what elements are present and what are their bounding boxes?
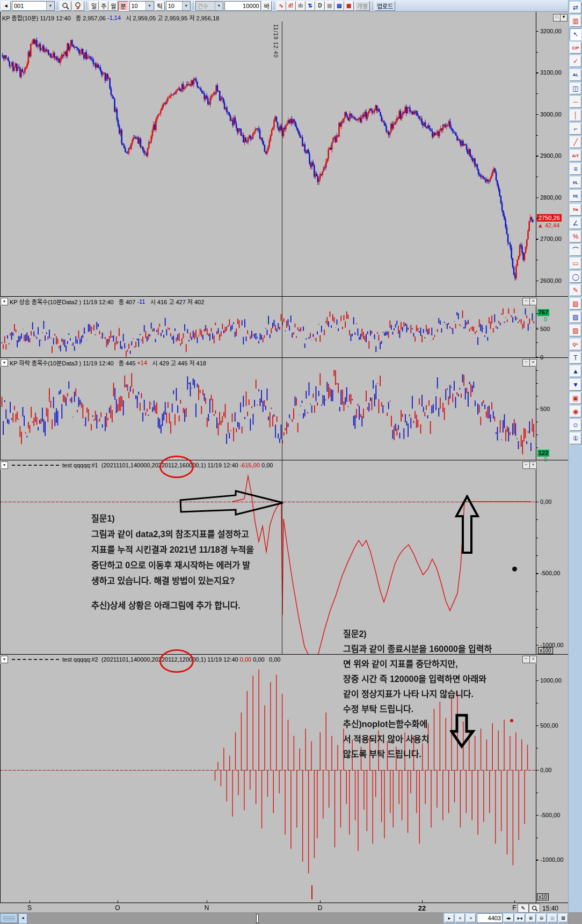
volume-bars-icon[interactable]: ılı bbox=[296, 1, 305, 11]
main-candles-canvas[interactable] bbox=[0, 21, 536, 297]
period-button-분[interactable]: 분 bbox=[118, 1, 128, 11]
scroll-left-button[interactable]: ◂ bbox=[1, 1, 11, 11]
sort-updown-icon[interactable]: ⇅ bbox=[305, 1, 315, 11]
individual-button: 개별 bbox=[355, 1, 370, 11]
pane-close-button[interactable]: × bbox=[529, 298, 537, 305]
hatch-e-icon[interactable]: ▨ bbox=[570, 311, 581, 323]
arrow-down-icon[interactable]: ▼ bbox=[570, 379, 581, 391]
fast-back-button[interactable]: « bbox=[455, 914, 465, 922]
magnifier-back-icon-button[interactable] bbox=[72, 1, 84, 11]
parallel-lines-icon[interactable]: ≡ bbox=[570, 163, 581, 175]
zoom-in-button[interactable]: ⊕ bbox=[526, 914, 536, 922]
arc-tool-icon[interactable]: ⌒ bbox=[570, 244, 581, 256]
y-axis-minor-tick bbox=[536, 281, 538, 281]
hatch-r-icon[interactable]: ▨ bbox=[570, 325, 581, 336]
number-marker-icon[interactable]: ① bbox=[570, 432, 581, 444]
period-button-주[interactable]: 주 bbox=[99, 1, 108, 11]
tick-interval-select[interactable]: 10 ▼ bbox=[166, 1, 191, 11]
delete-all-icon[interactable]: AL bbox=[570, 69, 581, 81]
indicator-window-icon[interactable]: ◫ bbox=[570, 83, 581, 94]
func-curve-icon[interactable]: f/£ bbox=[570, 190, 581, 202]
square-marker-icon[interactable]: ▣ bbox=[570, 392, 581, 404]
pane-collapse-button[interactable]: ▼ bbox=[1, 298, 8, 305]
pane-minimize-button[interactable]: − bbox=[522, 359, 530, 366]
horizontal-line-icon[interactable]: ─ bbox=[570, 96, 581, 108]
visible-bar-count-input[interactable] bbox=[477, 913, 503, 923]
pane-minimize-button[interactable]: − bbox=[522, 461, 530, 469]
smiley-marker-icon[interactable]: ☺ bbox=[570, 419, 581, 431]
indicator-chart-icon[interactable]: ıl! bbox=[286, 1, 296, 11]
step-line-icon[interactable]: ⌐ bbox=[570, 123, 581, 135]
text-label-icon[interactable]: A/T bbox=[570, 150, 581, 162]
pane-minimize-button[interactable]: − bbox=[522, 298, 530, 305]
right-arrow-annotation bbox=[179, 489, 285, 516]
x-axis-tick bbox=[30, 900, 30, 903]
navigator-left-button[interactable]: ◂ bbox=[18, 913, 27, 924]
func-line-icon[interactable]: f/L bbox=[570, 177, 581, 188]
pane-main-menu-button[interactable]: ▼ bbox=[560, 14, 568, 21]
tick-button[interactable]: 틱 bbox=[155, 1, 165, 11]
period-button-일[interactable]: 일 bbox=[89, 1, 99, 11]
fast-forward-button[interactable]: » bbox=[466, 914, 476, 922]
magnifier-icon-button[interactable] bbox=[60, 1, 71, 11]
navigator-scrollbar-thumb[interactable] bbox=[0, 913, 18, 923]
pane-collapse-button[interactable]: ▼ bbox=[1, 656, 8, 663]
pencil-tool-button[interactable]: ✎ bbox=[518, 904, 529, 913]
y-axis-minor-tick bbox=[536, 502, 538, 502]
pane-close-button[interactable]: × bbox=[529, 359, 537, 366]
angle-tool-icon[interactable]: ∠ bbox=[570, 217, 581, 229]
select-cursor-icon[interactable]: ↖ bbox=[570, 28, 581, 40]
expand-horizontal-button[interactable]: ◂▸ bbox=[504, 914, 514, 922]
indicator-style-icon[interactable]: ∿ bbox=[277, 1, 286, 11]
period-button-월[interactable]: 월 bbox=[108, 1, 118, 11]
text-tool-icon[interactable]: T bbox=[570, 352, 581, 364]
candle-pattern-icon[interactable]: ▥ bbox=[570, 15, 581, 27]
pencil-tool-icon[interactable]: ✎ bbox=[570, 284, 581, 296]
report-book-icon[interactable]: ▤ bbox=[334, 1, 344, 11]
decline-bars-canvas[interactable] bbox=[0, 368, 536, 460]
arrow-up-icon[interactable]: ▲ bbox=[570, 365, 581, 377]
quote-list-icon[interactable]: Q≡ bbox=[570, 339, 581, 350]
bar-unit-button[interactable]: 바 bbox=[262, 1, 272, 11]
upload-button[interactable]: 업로드 bbox=[375, 1, 395, 11]
rect-tool-icon[interactable]: ▭ bbox=[570, 258, 581, 269]
vertical-line-icon[interactable]: │ bbox=[570, 109, 581, 121]
func-line-icon: f/L bbox=[573, 180, 578, 185]
advance-value-badge: 767 bbox=[537, 309, 549, 316]
navigator-position-marker[interactable] bbox=[256, 914, 259, 923]
delete-object-icon[interactable]: ✓ bbox=[570, 55, 581, 67]
x-axis-line bbox=[0, 903, 568, 903]
page-d-icon[interactable]: D bbox=[315, 1, 325, 11]
minute-interval-select[interactable]: 10 ▼ bbox=[129, 1, 154, 11]
percent-tool-icon[interactable]: % bbox=[570, 231, 581, 243]
zoom-out-button[interactable]: ⊖ bbox=[537, 914, 547, 922]
grid-edit-icon[interactable]: ▦ bbox=[344, 1, 354, 11]
y-axis-minor-tick bbox=[536, 627, 538, 628]
pane-minimize-button[interactable]: − bbox=[522, 656, 530, 663]
hatch-d-icon[interactable]: ▨ bbox=[570, 298, 581, 310]
circle-marker-icon[interactable]: ◉ bbox=[570, 406, 581, 417]
pane-main-minimize-button[interactable]: □ bbox=[553, 14, 561, 21]
advance-bars-canvas[interactable] bbox=[0, 306, 536, 357]
pane-close-button[interactable]: × bbox=[529, 461, 537, 469]
collapse-horizontal-button[interactable]: ▸◂ bbox=[515, 914, 525, 922]
close-nav-button[interactable]: ⊠ bbox=[558, 914, 568, 922]
y-axis-minor-tick bbox=[536, 591, 538, 592]
bar-count-input[interactable] bbox=[224, 1, 261, 11]
zoom-tool-button[interactable] bbox=[529, 904, 540, 913]
ellipse-tool-icon[interactable]: ◯ bbox=[570, 271, 581, 283]
red-dot-marker bbox=[510, 719, 513, 722]
step-forward-button[interactable]: ▸ bbox=[445, 914, 454, 922]
pane-close-button[interactable]: × bbox=[529, 656, 537, 663]
title-segment: 시 2,959,05 고 2,959,95 저 2,956,18 bbox=[121, 13, 219, 22]
y-axis-minor-tick bbox=[536, 770, 538, 771]
capture-icon[interactable]: ▣ bbox=[325, 1, 334, 11]
pane-collapse-button[interactable]: ▼ bbox=[1, 461, 8, 469]
pane-collapse-button[interactable]: ▼ bbox=[1, 359, 8, 366]
candle-price-icon[interactable]: C/P bbox=[570, 42, 581, 54]
symbol-select[interactable]: 001 ▼ bbox=[12, 1, 55, 11]
swap-arrows-icon[interactable]: ⇄ bbox=[570, 2, 581, 13]
trend-line-icon[interactable]: ╱ bbox=[570, 136, 581, 148]
circle-marker-icon: ◉ bbox=[573, 408, 578, 415]
func-arc-icon[interactable]: f/a bbox=[570, 204, 581, 216]
